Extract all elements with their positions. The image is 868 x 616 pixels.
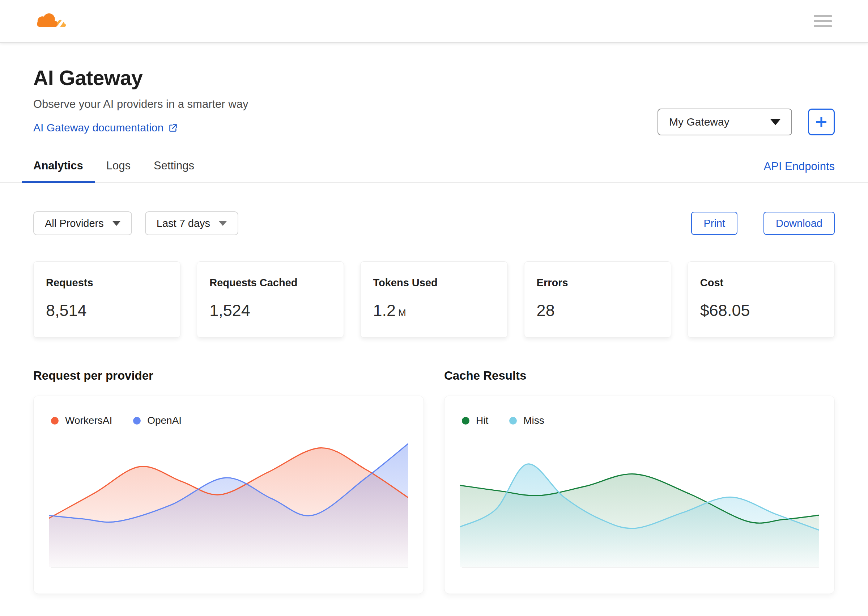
charts-row: Request per provider WorkersAIOpenAI Cac… xyxy=(33,369,835,594)
filters-row: All Providers Last 7 days Print Download xyxy=(33,211,835,235)
section-title-cache-results: Cache Results xyxy=(444,369,835,383)
area-chart-svg xyxy=(49,438,408,572)
stat-label: Errors xyxy=(537,277,659,289)
legend-dot-icon xyxy=(51,417,59,424)
stat-value-number: 28 xyxy=(537,301,555,320)
legend-item: OpenAI xyxy=(133,415,182,426)
stat-label: Requests xyxy=(46,277,168,289)
doc-link[interactable]: AI Gateway documentation xyxy=(33,122,178,134)
stat-card-requests-cached: Requests Cached 1,524 xyxy=(197,261,344,338)
legend-item: Miss xyxy=(509,415,544,426)
doc-link-label: AI Gateway documentation xyxy=(33,122,163,134)
api-endpoints-link[interactable]: API Endpoints xyxy=(764,160,835,182)
stat-card-errors: Errors 28 xyxy=(524,261,671,338)
cache-results-chart-card: HitMiss xyxy=(444,396,835,594)
chart-legend: WorkersAIOpenAI xyxy=(51,415,408,426)
legend-label: WorkersAI xyxy=(65,415,112,426)
stat-value-number: $68.05 xyxy=(700,301,750,320)
cache-results-section: Cache Results HitMiss xyxy=(444,369,835,594)
area-chart-svg xyxy=(460,438,819,572)
legend-dot-icon xyxy=(462,417,470,424)
topbar xyxy=(0,0,868,43)
stat-label: Cost xyxy=(700,277,822,289)
stat-label: Tokens Used xyxy=(373,277,495,289)
caret-down-icon xyxy=(770,119,780,125)
stat-card-tokens-used: Tokens Used 1.2M xyxy=(360,261,508,338)
stat-value-number: 8,514 xyxy=(46,301,87,320)
hamburger-menu-icon[interactable] xyxy=(814,15,832,27)
stat-value-suffix: M xyxy=(398,307,406,318)
legend-label: Hit xyxy=(476,415,488,426)
page-title: AI Gateway xyxy=(33,66,248,90)
chart-legend: HitMiss xyxy=(462,415,819,426)
stat-value-number: 1.2 xyxy=(373,301,396,320)
download-button[interactable]: Download xyxy=(763,212,835,235)
gateway-select-value: My Gateway xyxy=(669,116,730,128)
stat-value: $68.05 xyxy=(700,301,822,320)
page-header: AI Gateway Observe your AI providers in … xyxy=(33,66,835,135)
print-button[interactable]: Print xyxy=(691,212,738,235)
add-gateway-button[interactable] xyxy=(808,108,835,135)
tab-analytics[interactable]: Analytics xyxy=(22,154,95,182)
stat-value: 8,514 xyxy=(46,301,168,320)
stat-label: Requests Cached xyxy=(209,277,331,289)
request-per-provider-section: Request per provider WorkersAIOpenAI xyxy=(33,369,424,594)
legend-item: WorkersAI xyxy=(51,415,112,426)
main-content: AI Gateway Observe your AI providers in … xyxy=(0,66,868,616)
cloudflare-logo-icon[interactable] xyxy=(33,11,68,31)
page-header-right: My Gateway xyxy=(658,108,835,135)
section-title-request-per-provider: Request per provider xyxy=(33,369,424,383)
date-range-filter-value: Last 7 days xyxy=(157,217,210,229)
tabs-bar: Analytics Logs Settings API Endpoints xyxy=(0,154,868,183)
provider-filter-dropdown[interactable]: All Providers xyxy=(33,211,132,235)
stat-value: 28 xyxy=(537,301,659,320)
plus-icon xyxy=(815,115,828,129)
tab-logs[interactable]: Logs xyxy=(95,154,142,182)
gateway-select[interactable]: My Gateway xyxy=(658,108,792,135)
provider-filter-value: All Providers xyxy=(45,217,104,229)
legend-dot-icon xyxy=(133,417,141,424)
tab-settings[interactable]: Settings xyxy=(142,154,206,182)
stat-value: 1.2M xyxy=(373,301,495,320)
page-subtitle: Observe your AI providers in a smarter w… xyxy=(33,98,248,111)
stat-card-cost: Cost $68.05 xyxy=(688,261,835,338)
caret-down-icon xyxy=(113,221,121,226)
page-header-left: AI Gateway Observe your AI providers in … xyxy=(33,66,248,135)
legend-label: Miss xyxy=(523,415,544,426)
external-link-icon xyxy=(168,123,178,133)
legend-item: Hit xyxy=(462,415,488,426)
legend-dot-icon xyxy=(509,417,517,424)
caret-down-icon xyxy=(219,221,227,226)
stat-card-requests: Requests 8,514 xyxy=(33,261,180,338)
request-per-provider-chart-card: WorkersAIOpenAI xyxy=(33,396,424,594)
stat-value-number: 1,524 xyxy=(209,301,250,320)
stat-value: 1,524 xyxy=(209,301,331,320)
stats-row: Requests 8,514 Requests Cached 1,524 Tok… xyxy=(33,261,835,338)
date-range-filter-dropdown[interactable]: Last 7 days xyxy=(145,211,238,235)
legend-label: OpenAI xyxy=(147,415,182,426)
